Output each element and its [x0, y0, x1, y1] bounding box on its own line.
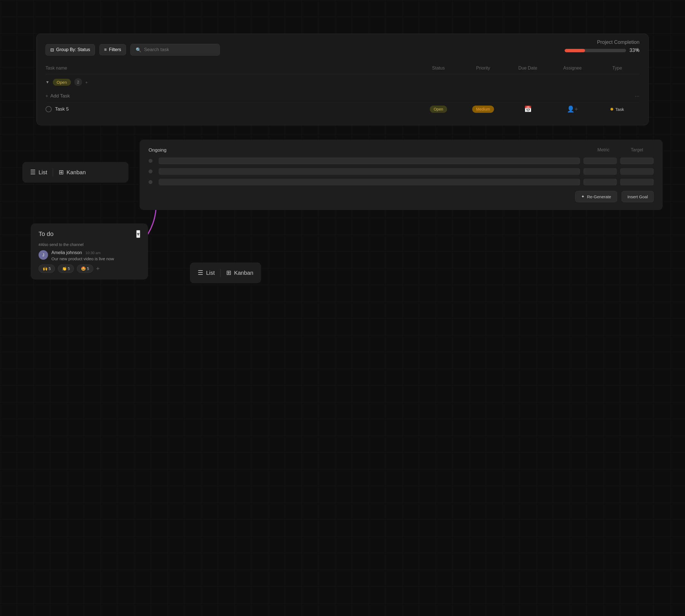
goal-row-1 [149, 157, 654, 164]
task-type-dot [611, 108, 613, 111]
goal-header: Ongoing Metric Target [149, 148, 654, 153]
message-author: Amelia johnson [51, 250, 82, 255]
task-status-cell: Open [416, 107, 461, 112]
reaction-count-0: 5 [49, 266, 51, 271]
target-label: Target [620, 148, 654, 153]
grid-icon: ⊟ [50, 47, 54, 52]
goal-metric-3 [583, 179, 617, 185]
sparkle-icon: ✦ [581, 194, 585, 199]
goal-panel: Ongoing Metric Target [140, 140, 663, 210]
regenerate-label: Re-Generate [587, 194, 611, 199]
task-status-badge[interactable]: Open [430, 106, 447, 113]
goal-metric-1 [583, 157, 617, 164]
task-type-label: Task [616, 107, 624, 112]
add-task-inline[interactable]: + [85, 80, 88, 85]
kanban-label-bottom: Kanban [234, 270, 253, 276]
goal-bar-3 [159, 179, 580, 185]
kanban-label: Kanban [66, 169, 86, 176]
toolbar: ⊟ Group By: Status ≡ Filters 🔍 + [45, 44, 640, 56]
task-priority-badge[interactable]: Medium [472, 106, 494, 113]
col-type: Type [595, 66, 640, 71]
task-panel: Project Completion 33% ⊟ Group By: Statu… [36, 34, 649, 125]
goal-row-3 [149, 179, 654, 185]
filters-button[interactable]: ≡ Filters [100, 44, 126, 55]
open-group-badge: Open [53, 79, 71, 86]
table-row: Task 5 Open Medium 📅 👤+ Task [45, 102, 640, 116]
add-task-label: Add Task [50, 93, 70, 99]
reaction-button-0[interactable]: 🙌 5 [39, 264, 55, 273]
goal-target-1 [620, 157, 654, 164]
metric-label: Metric [587, 148, 620, 153]
list-icon: ☰ [30, 169, 36, 176]
table-header: Task name Status Priority Due Date Assig… [45, 62, 640, 74]
message-row: J Amelia johnson 10:30 am Our new produc… [39, 250, 140, 261]
goal-dot-2 [149, 170, 153, 173]
filter-icon: ≡ [104, 47, 107, 52]
progress-bar [565, 49, 626, 52]
list-view-button[interactable]: ☰ List [30, 169, 47, 176]
reaction-button-2[interactable]: 🤩 5 [77, 264, 93, 273]
search-input[interactable] [144, 47, 215, 52]
reaction-count-1: 5 [68, 266, 70, 271]
add-task-button[interactable]: + Add Task [45, 93, 416, 99]
col-task-name: Task name [45, 66, 416, 71]
goal-bar-2 [159, 168, 580, 175]
goal-bar-1 [159, 157, 580, 164]
kanban-icon: ⊞ [59, 169, 64, 176]
col-status: Status [416, 66, 461, 71]
reaction-emoji-0: 🙌 [43, 266, 47, 271]
search-bar: 🔍 [130, 44, 220, 56]
goal-dot-3 [149, 180, 153, 184]
progress-bar-container: 33% [565, 47, 640, 53]
list-icon-bottom: ☰ [198, 269, 203, 277]
view-divider [53, 168, 53, 176]
task-name-cell: Task 5 [45, 106, 416, 112]
insert-goal-button[interactable]: Insert Goal [622, 191, 654, 202]
regenerate-button[interactable]: ✦ Re-Generate [575, 191, 617, 202]
reactions: 🙌 5 👏 5 🤩 5 + [39, 264, 140, 273]
goal-target-3 [620, 179, 654, 185]
view-toggle-panel-bottom: ☰ List ⊞ Kanban [190, 263, 261, 283]
calendar-icon: 📅 [524, 106, 532, 112]
goal-row-2 [149, 168, 654, 175]
insert-goal-label: Insert Goal [627, 194, 648, 199]
task-status-circle[interactable] [45, 106, 52, 112]
message-text: Our new product video is live now [51, 256, 140, 261]
goal-target-2 [620, 168, 654, 175]
progress-area: Project Completion 33% [565, 39, 640, 53]
avatar: J [39, 250, 48, 260]
list-view-button-bottom[interactable]: ☰ List [198, 269, 215, 277]
progress-percentage: 33% [629, 47, 640, 53]
chevron-down-button[interactable]: ▾ [136, 230, 140, 238]
kanban-view-button[interactable]: ⊞ Kanban [59, 169, 86, 176]
ongoing-label: Ongoing [149, 148, 587, 153]
message-content: Amelia johnson 10:30 am Our new product … [51, 250, 140, 261]
message-time: 10:30 am [85, 251, 101, 255]
group-by-button[interactable]: ⊟ Group By: Status [45, 44, 95, 56]
reaction-emoji-2: 🤩 [81, 266, 86, 271]
group-chevron-icon[interactable]: ▼ [45, 80, 49, 84]
goal-actions: ✦ Re-Generate Insert Goal [149, 191, 654, 202]
reaction-button-1[interactable]: 👏 5 [58, 264, 74, 273]
kanban-view-button-bottom[interactable]: ⊞ Kanban [226, 269, 253, 277]
add-reaction-button[interactable]: + [96, 265, 100, 272]
kanban-icon-bottom: ⊞ [226, 269, 231, 277]
goal-dot-1 [149, 159, 153, 163]
reaction-count-2: 5 [87, 266, 89, 271]
task-type-cell: Task [595, 107, 640, 112]
avatar-initial: J [42, 253, 44, 257]
list-label: List [39, 169, 47, 176]
view-toggle-panel-left: ☰ List ⊞ Kanban [22, 162, 129, 183]
view-divider-bottom [220, 269, 221, 277]
task-due-date-cell[interactable]: 📅 [505, 106, 550, 113]
todo-header: To do ▾ [39, 230, 140, 238]
more-options-icon[interactable]: ··· [635, 93, 640, 99]
add-task-row[interactable]: + Add Task ··· [45, 90, 640, 102]
open-group-count: 2 [74, 78, 82, 86]
col-assignee: Assignee [550, 66, 595, 71]
progress-fill [565, 49, 585, 52]
col-priority: Priority [461, 66, 505, 71]
task-assignee-cell[interactable]: 👤+ [550, 106, 595, 113]
col-due-date: Due Date [505, 66, 550, 71]
channel-tag: #Also send to the channel [39, 242, 140, 247]
